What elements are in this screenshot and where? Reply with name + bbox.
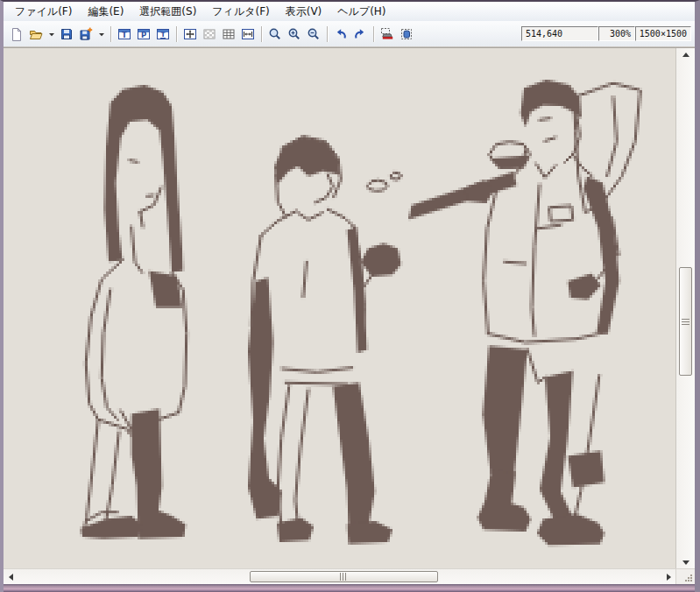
- toggle-transparency-button[interactable]: [200, 25, 219, 44]
- new-file-icon: [10, 27, 24, 41]
- toolbar: TPT 514,640 300% 1500×1500: [4, 21, 695, 47]
- thumb-grip-icon: [340, 573, 348, 581]
- save-file-button[interactable]: [57, 25, 76, 44]
- arrow-down-icon: [682, 560, 689, 565]
- zoom-tool-button[interactable]: [265, 25, 285, 44]
- client-area: [4, 47, 695, 568]
- menubar: ファイル(F)編集(E)選択範囲(S)フィルタ(F)表示(V)ヘルプ(H): [4, 2, 695, 21]
- dropdown-arrow-icon: [98, 27, 105, 41]
- statusbar: 514,640 300% 1500×1500: [521, 26, 691, 41]
- vertical-scroll-thumb[interactable]: [679, 267, 692, 376]
- arrow-right-icon: [667, 574, 671, 581]
- toggle-grid-button[interactable]: [219, 25, 238, 44]
- menu-help[interactable]: ヘルプ(H): [329, 2, 393, 21]
- window-bottom-border: [4, 584, 695, 592]
- menu-edit[interactable]: 編集(E): [80, 2, 131, 21]
- open-file-button[interactable]: [26, 25, 46, 44]
- svg-text:T: T: [160, 31, 166, 39]
- toolbar-separator: [261, 26, 262, 42]
- window-t-icon: T: [117, 27, 131, 41]
- vertical-scrollbar[interactable]: [675, 48, 695, 568]
- open-folder-icon: [29, 27, 43, 41]
- toggle-palette-panel-button[interactable]: P: [134, 25, 153, 44]
- resize-canvas-button[interactable]: [180, 25, 200, 44]
- toggle-tool-panel-button[interactable]: T: [153, 25, 173, 44]
- app-window: ファイル(F)編集(E)選択範囲(S)フィルタ(F)表示(V)ヘルプ(H) TP…: [0, 0, 700, 592]
- save-as-button[interactable]: [76, 25, 95, 44]
- svg-text:T: T: [122, 31, 127, 39]
- grid-icon: [222, 27, 236, 41]
- new-file-button[interactable]: [7, 25, 26, 44]
- magnifier-minus-icon: [307, 27, 321, 41]
- scroll-right-button[interactable]: [662, 569, 675, 584]
- svg-text:P: P: [141, 31, 146, 39]
- zoom-in-button[interactable]: [285, 25, 304, 44]
- canvas-viewport[interactable]: [4, 48, 675, 568]
- zoom-level: 300%: [598, 26, 635, 41]
- toolbar-separator: [176, 26, 177, 42]
- fit-width-button[interactable]: [238, 25, 258, 44]
- h-resize-icon: [241, 27, 255, 41]
- stamp-red-icon: [380, 27, 394, 41]
- select-object-button[interactable]: [397, 25, 416, 44]
- scroll-down-button[interactable]: [676, 557, 695, 567]
- arrow-left-icon: [9, 574, 13, 581]
- resize-grip-icon: [682, 572, 693, 582]
- save-icon: [60, 27, 74, 41]
- undo-button[interactable]: [331, 25, 350, 44]
- toggle-toolbar-panel-button[interactable]: T: [115, 25, 134, 44]
- toolbar-buttons: TPT: [7, 25, 416, 44]
- canvas-size: 1500×1500: [635, 26, 691, 41]
- menu-view[interactable]: 表示(V): [278, 2, 330, 21]
- toolbar-separator: [373, 26, 374, 42]
- canvas-artwork[interactable]: [4, 48, 675, 568]
- horizontal-scrollbar[interactable]: [4, 568, 675, 584]
- magnifier-icon: [268, 27, 282, 41]
- bottom-scroll-row: [4, 568, 695, 584]
- undo-arrow-icon: [334, 27, 348, 41]
- scroll-left-button[interactable]: [4, 569, 17, 584]
- menu-selection[interactable]: 選択範囲(S): [131, 2, 204, 21]
- menu-file[interactable]: ファイル(F): [7, 2, 80, 21]
- arrow-up-icon: [682, 53, 689, 57]
- window-t2-icon: T: [156, 27, 170, 41]
- save-as-dropdown-button[interactable]: [95, 25, 107, 44]
- move-canvas-icon: [183, 27, 197, 41]
- window-p-icon: P: [137, 27, 151, 41]
- toolbar-separator: [110, 26, 111, 42]
- stamp-selection-button[interactable]: [378, 25, 397, 44]
- menu-filter[interactable]: フィルタ(F): [204, 2, 277, 21]
- open-file-dropdown-button[interactable]: [46, 25, 57, 44]
- cursor-coordinates: 514,640: [521, 26, 598, 41]
- magnifier-plus-icon: [287, 27, 301, 41]
- toolbar-separator: [327, 26, 328, 42]
- scroll-up-button[interactable]: [676, 49, 695, 60]
- resize-grip[interactable]: [675, 568, 695, 584]
- redo-arrow-icon: [353, 27, 367, 41]
- checkerboard-icon: [202, 27, 216, 41]
- thumb-grip-icon: [682, 319, 689, 325]
- horizontal-scroll-thumb[interactable]: [250, 571, 438, 582]
- selection-blue-icon: [399, 27, 414, 41]
- save-as-icon: [79, 27, 93, 41]
- zoom-out-button[interactable]: [304, 25, 323, 44]
- redo-button[interactable]: [350, 25, 370, 44]
- dropdown-arrow-icon: [48, 27, 55, 41]
